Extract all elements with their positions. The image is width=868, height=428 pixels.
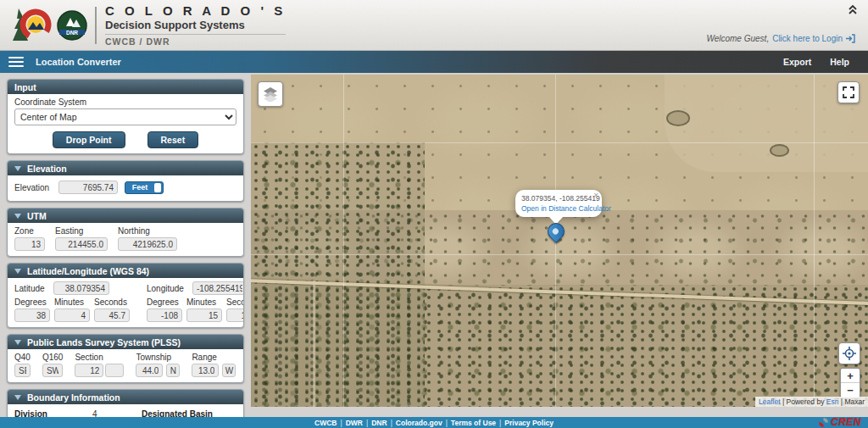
boundary-panel-header[interactable]: Boundary Information — [8, 390, 243, 404]
township-label: Township — [136, 353, 180, 362]
elevation-panel-header[interactable]: Elevation — [8, 161, 243, 175]
logo-group: DNR — [10, 5, 88, 46]
range-input[interactable] — [192, 364, 219, 377]
section-input[interactable] — [75, 364, 103, 377]
utm-northing-input[interactable] — [118, 237, 177, 251]
layers-icon — [263, 86, 278, 102]
plss-panel-title: Public Lands Survey System (PLSS) — [27, 337, 181, 347]
layers-control-button[interactable] — [258, 81, 283, 107]
footer-link-cwcb[interactable]: CWCB — [314, 419, 337, 427]
range-label: Range — [192, 353, 236, 362]
export-button[interactable]: Export — [783, 57, 811, 67]
distance-calculator-link[interactable]: Open in Distance Calculator — [521, 204, 596, 213]
help-button[interactable]: Help — [830, 57, 849, 67]
login-area: Welcome Guest, Click here to Login — [706, 34, 856, 43]
brand-title: C O L O R A D O ' S — [105, 3, 286, 18]
utm-panel-title: UTM — [27, 211, 47, 221]
lon-degrees-input[interactable] — [147, 308, 182, 322]
input-panel: Input Coordinate System Center of Map Dr… — [7, 79, 244, 154]
elevation-unit-toggle[interactable]: Feet — [125, 181, 164, 194]
latlon-panel-header[interactable]: Latitude/Longitude (WGS 84) — [8, 264, 243, 278]
township-dir-input[interactable] — [166, 364, 180, 377]
collapse-triangle-icon — [14, 395, 21, 400]
login-icon[interactable] — [846, 34, 856, 43]
elevation-panel: Elevation Elevation Feet — [7, 160, 244, 202]
converter-sidebar: Input Coordinate System Center of Map Dr… — [0, 73, 251, 417]
menu-icon[interactable] — [8, 54, 24, 69]
locate-target-icon — [843, 347, 856, 360]
map-gridline — [814, 75, 815, 407]
collapse-header-icon[interactable] — [848, 3, 858, 18]
esri-link[interactable]: Esri — [826, 397, 839, 406]
leaflet-link[interactable]: Leaflet — [759, 397, 781, 406]
collapse-triangle-icon — [14, 214, 21, 219]
latitude-input[interactable] — [53, 281, 109, 295]
zoom-in-button[interactable]: + — [841, 369, 860, 383]
collapse-triangle-icon — [14, 269, 21, 274]
map-popup: × 38.079354, -108.255419 Open in Distanc… — [515, 190, 602, 217]
map-canvas[interactable]: + − × 38.079354, -108.255419 Open in Dis… — [251, 75, 868, 407]
dnr-logo-icon: DNR — [56, 9, 88, 42]
zoom-out-button[interactable]: − — [841, 383, 860, 397]
login-link[interactable]: Click here to Login — [772, 34, 843, 43]
main-toolbar: Location Converter Export Help — [0, 51, 868, 73]
lat-degrees-input[interactable] — [14, 308, 50, 322]
elevation-input[interactable] — [58, 181, 118, 194]
map-road-vertical — [313, 281, 315, 407]
map-attribution: Leaflet | Powered by Esri | Maxar — [755, 397, 868, 407]
lon-seconds-input[interactable] — [226, 308, 244, 322]
lat-degrees-label: Degrees — [14, 297, 50, 307]
utm-panel: UTM Zone Easting Northing — [7, 208, 244, 257]
fullscreen-button[interactable] — [837, 81, 860, 103]
fullscreen-icon — [843, 86, 854, 98]
footer-link-dnr[interactable]: DNR — [371, 419, 387, 427]
footer-link-colorado-gov[interactable]: Colorado.gov — [396, 419, 442, 427]
range-dir-input[interactable] — [222, 364, 236, 377]
cren-logo: CREN — [818, 416, 861, 428]
drop-point-button[interactable]: Drop Point — [53, 131, 125, 148]
section-extra-input[interactable] — [105, 364, 124, 377]
utm-easting-label: Easting — [55, 226, 108, 236]
utm-panel-header[interactable]: UTM — [8, 208, 243, 223]
utm-easting-input[interactable] — [55, 237, 108, 251]
q40-input[interactable] — [14, 364, 31, 377]
input-panel-title: Input — [14, 82, 36, 92]
map-gridline — [343, 75, 344, 407]
q160-input[interactable] — [42, 364, 63, 377]
longitude-input[interactable] — [192, 281, 244, 295]
footer-link-terms[interactable]: Terms of Use — [451, 419, 496, 427]
reset-button[interactable]: Reset — [147, 131, 199, 148]
map-gridline — [251, 142, 868, 143]
maxar-text: Maxar — [844, 397, 865, 406]
lat-seconds-input[interactable] — [94, 308, 130, 322]
svg-text:DNR: DNR — [66, 29, 78, 35]
township-input[interactable] — [136, 364, 163, 377]
elevation-label: Elevation — [14, 183, 52, 192]
map-gridline — [251, 254, 868, 255]
locate-button[interactable] — [838, 342, 860, 364]
latlon-panel-title: Latitude/Longitude (WGS 84) — [27, 266, 149, 276]
utm-zone-label: Zone — [14, 226, 45, 236]
lon-minutes-label: Minutes — [186, 297, 222, 307]
lat-minutes-label: Minutes — [54, 297, 90, 307]
utm-zone-input[interactable] — [14, 237, 45, 251]
q40-label: Q40 — [14, 353, 31, 362]
section-label: Section — [75, 353, 124, 362]
attribution-separator: | — [841, 397, 843, 406]
utm-northing-label: Northing — [118, 226, 177, 236]
page-footer: CWCB| DWR| DNR| Colorado.gov| Terms of U… — [0, 417, 868, 428]
cren-swirl-icon — [818, 417, 829, 428]
coordinate-system-select[interactable]: Center of Map — [14, 108, 236, 125]
zoom-controls: + − — [840, 368, 860, 398]
footer-link-privacy[interactable]: Privacy Policy — [504, 419, 554, 427]
elevation-panel-title: Elevation — [27, 164, 67, 174]
popup-close-icon[interactable]: × — [593, 191, 598, 200]
brand-text: C O L O R A D O ' S Decision Support Sys… — [105, 3, 286, 47]
boundary-panel-title: Boundary Information — [27, 392, 120, 403]
plss-panel-header[interactable]: Public Lands Survey System (PLSS) — [8, 335, 243, 349]
lon-minutes-input[interactable] — [186, 308, 222, 322]
footer-link-dwr[interactable]: DWR — [346, 419, 363, 427]
lat-minutes-input[interactable] — [54, 308, 90, 322]
q160-label: Q160 — [42, 353, 63, 362]
input-panel-header: Input — [8, 80, 243, 94]
